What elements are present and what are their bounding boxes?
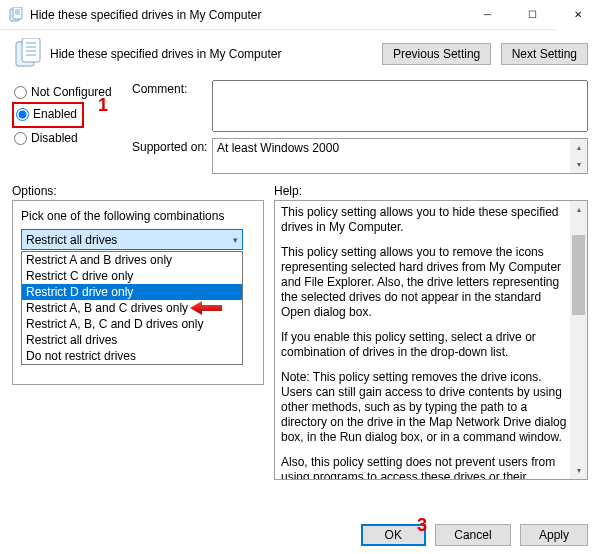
policy-title: Hide these specified drives in My Comput… — [50, 47, 281, 61]
combinations-dropdown-list[interactable]: Restrict A and B drives onlyRestrict C d… — [21, 251, 243, 365]
help-scrollbar[interactable]: ▴ ▾ — [570, 201, 587, 479]
dropdown-option[interactable]: Restrict A, B and C drives only — [22, 300, 242, 316]
comment-label: Comment: — [132, 80, 212, 132]
options-label: Options: — [12, 184, 274, 198]
dropdown-option[interactable]: Do not restrict drives — [22, 348, 242, 364]
dropdown-option[interactable]: Restrict A and B drives only — [22, 252, 242, 268]
apply-button[interactable]: Apply — [520, 524, 588, 546]
radio-label: Enabled — [33, 107, 77, 121]
radio-disabled[interactable]: Disabled — [12, 130, 132, 146]
radio-label: Disabled — [31, 131, 78, 145]
comment-textarea[interactable] — [212, 80, 588, 132]
svg-rect-1 — [13, 7, 22, 19]
scroll-up-icon[interactable]: ▴ — [570, 201, 587, 218]
radio-enabled-input[interactable] — [16, 108, 29, 121]
help-text: This policy setting allows you to hide t… — [281, 205, 570, 235]
dropdown-option[interactable]: Restrict all drives — [22, 332, 242, 348]
options-prompt: Pick one of the following combinations — [21, 209, 255, 223]
supported-scrollbar[interactable]: ▴ ▾ — [570, 139, 587, 173]
scroll-up-icon[interactable]: ▴ — [570, 139, 587, 156]
previous-setting-button[interactable]: Previous Setting — [382, 43, 491, 65]
annotation-highlight-1: Enabled — [12, 102, 84, 128]
scroll-down-icon[interactable]: ▾ — [570, 156, 587, 173]
chevron-down-icon: ▾ — [233, 235, 238, 245]
dropdown-option[interactable]: Restrict A, B, C and D drives only — [22, 316, 242, 332]
help-text: This policy setting allows you to remove… — [281, 245, 570, 320]
titlebar: Hide these specified drives in My Comput… — [0, 0, 600, 30]
window-title: Hide these specified drives in My Comput… — [30, 8, 465, 22]
combinations-dropdown[interactable]: Restrict all drives ▾ — [21, 229, 243, 250]
radio-not-configured[interactable]: Not Configured — [12, 84, 132, 100]
help-text: Note: This policy setting removes the dr… — [281, 370, 570, 445]
close-button[interactable]: ✕ — [555, 0, 600, 30]
radio-not-configured-input[interactable] — [14, 86, 27, 99]
help-text: Also, this policy setting does not preve… — [281, 455, 570, 480]
maximize-button[interactable]: ☐ — [510, 0, 555, 30]
dropdown-option[interactable]: Restrict C drive only — [22, 268, 242, 284]
help-text: If you enable this policy setting, selec… — [281, 330, 570, 360]
svg-rect-6 — [22, 38, 40, 62]
policy-icon — [8, 7, 24, 23]
supported-label: Supported on: — [132, 138, 212, 174]
policy-large-icon — [12, 38, 44, 70]
options-panel: Pick one of the following combinations R… — [12, 200, 264, 385]
scrollbar-thumb[interactable] — [572, 235, 585, 315]
annotation-1: 1 — [98, 95, 108, 116]
combinations-selected: Restrict all drives — [26, 233, 117, 247]
help-label: Help: — [274, 184, 588, 198]
help-panel: This policy setting allows you to hide t… — [274, 200, 588, 480]
dialog-button-bar: OK Cancel Apply — [355, 524, 588, 546]
state-radio-group: Not Configured Enabled Disabled — [12, 80, 132, 180]
next-setting-button[interactable]: Next Setting — [501, 43, 588, 65]
annotation-3: 3 — [417, 515, 427, 536]
radio-disabled-input[interactable] — [14, 132, 27, 145]
scroll-down-icon[interactable]: ▾ — [570, 462, 587, 479]
supported-box: At least Windows 2000 ▴ ▾ — [212, 138, 588, 174]
cancel-button[interactable]: Cancel — [435, 524, 510, 546]
radio-enabled[interactable]: Enabled — [14, 106, 79, 122]
dropdown-option[interactable]: Restrict D drive only — [22, 284, 242, 300]
supported-text: At least Windows 2000 — [217, 141, 339, 155]
minimize-button[interactable]: ─ — [465, 0, 510, 30]
